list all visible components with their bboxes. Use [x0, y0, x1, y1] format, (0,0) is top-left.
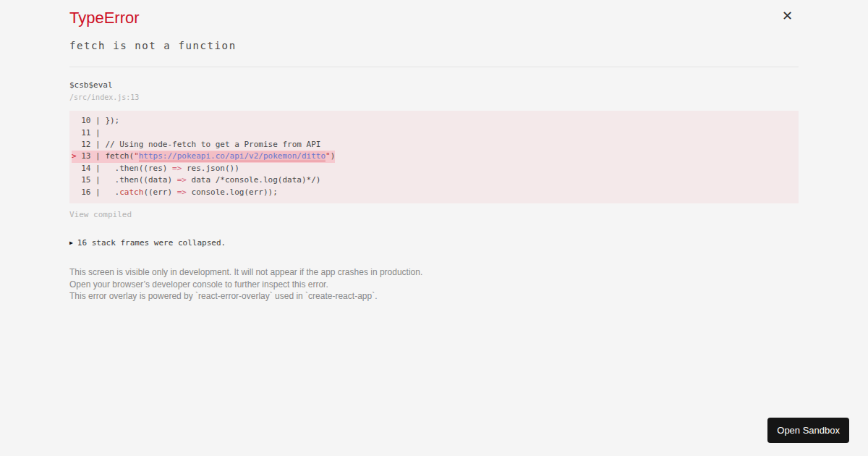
code-url-link[interactable]: https://pokeapi.co/api/v2/pokemon/ditto — [139, 151, 326, 161]
line-number-gutter: 15 | — [77, 175, 106, 185]
code-token: " — [326, 151, 331, 161]
collapsed-frames-toggle[interactable]: ▶16 stack frames were collapsed. — [69, 238, 799, 248]
footer-line-1: This screen is visible only in developme… — [69, 266, 799, 279]
error-message: fetch is not a function — [69, 40, 799, 51]
code-token: fetch( — [105, 151, 134, 161]
code-token: catch — [119, 187, 143, 197]
close-icon[interactable]: ✕ — [782, 9, 793, 22]
divider — [69, 67, 799, 67]
line-number-gutter: 11 | — [77, 128, 106, 138]
line-number-gutter: 10 | — [77, 116, 106, 125]
code-token: . — [105, 187, 119, 197]
line-marker — [72, 175, 77, 185]
line-marker — [72, 128, 77, 138]
code-line: 16 | .catch((err) => console.log(err)); — [72, 187, 796, 198]
error-line-marker: > — [72, 151, 77, 161]
code-token: => — [177, 187, 187, 197]
line-marker — [72, 187, 77, 197]
code-line: 15 | .then((data) => data /*console.log(… — [72, 174, 796, 186]
code-token: // Using node-fetch to get a Promise fro… — [105, 140, 320, 149]
stack-frame-function: $csb$eval — [69, 80, 799, 90]
code-token: => — [172, 164, 182, 173]
line-marker — [72, 164, 77, 173]
error-title: TypeError — [69, 0, 799, 27]
code-line: 14 | .then((res) => res.json()) — [72, 163, 796, 174]
line-number-gutter: 12 | — [77, 140, 106, 149]
code-token: }); — [105, 116, 119, 125]
code-token: data /*console.log(data)*/) — [187, 175, 320, 185]
open-sandbox-button[interactable]: Open Sandbox — [767, 418, 849, 443]
view-compiled-link[interactable]: View compiled — [69, 210, 132, 219]
code-token: " — [134, 151, 139, 161]
code-token: .then((data) — [105, 175, 176, 185]
line-marker — [72, 140, 77, 149]
stack-frame-location: /src/index.js:13 — [69, 93, 799, 101]
code-frame: 10 | }); 11 | 12 | // Using node-fetch t… — [69, 111, 799, 203]
code-token: => — [177, 175, 187, 185]
line-marker — [72, 116, 77, 125]
footer-line-2: Open your browser’s developer console to… — [69, 279, 799, 291]
line-number-gutter: 13 | — [77, 151, 106, 161]
code-token: res.json()) — [182, 164, 239, 173]
footer-note: This screen is visible only in developme… — [69, 266, 799, 303]
code-token: ) — [331, 151, 336, 161]
code-line: 10 | }); — [72, 115, 796, 127]
error-overlay: ✕ TypeError fetch is not a function $csb… — [0, 0, 868, 303]
code-token: .then((res) — [105, 164, 172, 173]
collapsed-frames-label: 16 stack frames were collapsed. — [77, 238, 226, 248]
code-line: > 13 | fetch("https://pokeapi.co/api/v2/… — [72, 151, 796, 162]
code-line: 12 | // Using node-fetch to get a Promis… — [72, 139, 796, 151]
line-number-gutter: 16 | — [77, 187, 106, 197]
line-number-gutter: 14 | — [77, 164, 106, 173]
expand-triangle-icon: ▶ — [69, 240, 73, 246]
code-line: 11 | — [72, 127, 796, 139]
code-token: console.log(err)); — [187, 187, 278, 197]
code-token: ((err) — [143, 187, 176, 197]
footer-line-3: This error overlay is powered by `react-… — [69, 290, 799, 303]
